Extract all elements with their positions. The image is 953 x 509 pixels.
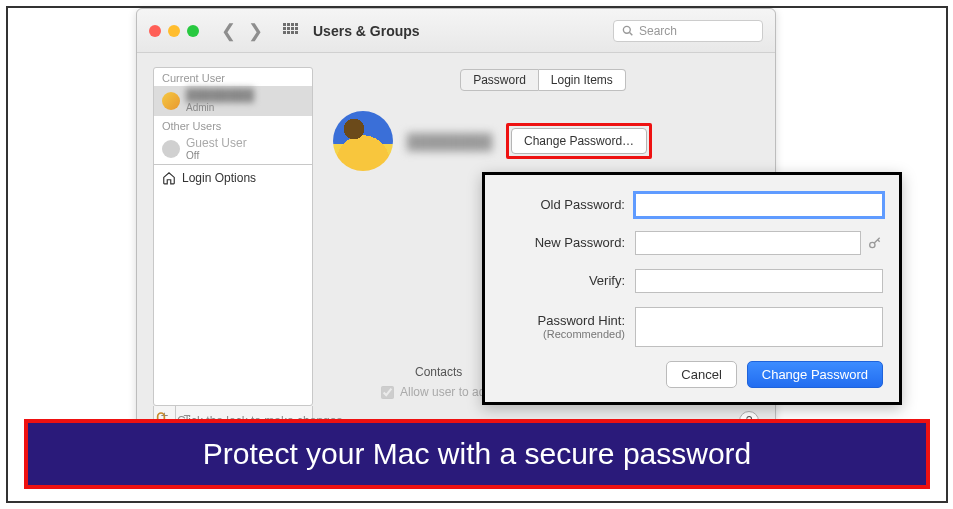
titlebar: ❮ ❯ Users & Groups Search	[137, 9, 775, 53]
cancel-button[interactable]: Cancel	[666, 361, 736, 388]
new-password-label: New Password:	[501, 236, 635, 250]
new-password-row: New Password:	[501, 231, 883, 255]
window-title: Users & Groups	[313, 23, 420, 39]
nav-back-forward[interactable]: ❮ ❯	[221, 20, 263, 42]
home-icon	[162, 171, 176, 185]
tab-login-items[interactable]: Login Items	[539, 69, 626, 91]
search-input[interactable]: Search	[613, 20, 763, 42]
hint-label: Password Hint:(Recommended)	[501, 314, 635, 340]
avatar	[162, 92, 180, 110]
chevron-left-icon[interactable]: ❮	[221, 20, 236, 42]
sidebar: Current User ████████ Admin Other Users …	[153, 67, 313, 427]
user-role: Admin	[186, 102, 254, 113]
close-icon[interactable]	[149, 25, 161, 37]
change-password-dialog: Old Password: New Password: Verify: Pass…	[482, 172, 902, 405]
hint-row: Password Hint:(Recommended)	[501, 307, 883, 347]
key-icon[interactable]	[867, 235, 883, 251]
change-password-button[interactable]: Change Password…	[511, 128, 647, 154]
login-options[interactable]: Login Options	[154, 164, 312, 191]
tabs: Password Login Items	[327, 69, 759, 91]
show-all-icon[interactable]	[283, 23, 299, 39]
zoom-icon[interactable]	[187, 25, 199, 37]
svg-point-3	[870, 242, 875, 247]
login-options-label: Login Options	[182, 171, 256, 185]
svg-line-1	[630, 33, 633, 36]
search-icon	[622, 25, 633, 36]
verify-label: Verify:	[501, 274, 635, 288]
sidebar-item-guest[interactable]: Guest User Off	[154, 134, 312, 164]
new-password-field[interactable]	[635, 231, 861, 255]
old-password-label: Old Password:	[501, 198, 635, 212]
section-current-user: Current User	[154, 68, 312, 86]
profile-avatar[interactable]	[333, 111, 393, 171]
verify-field[interactable]	[635, 269, 883, 293]
window-controls	[149, 25, 199, 37]
verify-row: Verify:	[501, 269, 883, 293]
tab-password[interactable]: Password	[460, 69, 539, 91]
chevron-right-icon[interactable]: ❯	[248, 20, 263, 42]
hint-field[interactable]	[635, 307, 883, 347]
avatar	[162, 140, 180, 158]
profile-area: ████████ Change Password…	[327, 111, 759, 171]
old-password-row: Old Password:	[501, 193, 883, 217]
guest-status: Off	[186, 150, 247, 161]
minimize-icon[interactable]	[168, 25, 180, 37]
user-name-redacted: ████████	[186, 89, 254, 102]
svg-point-0	[623, 26, 630, 33]
dialog-buttons: Cancel Change Password	[501, 361, 883, 388]
change-password-submit[interactable]: Change Password	[747, 361, 883, 388]
section-other-users: Other Users	[154, 116, 312, 134]
caption-banner: Protect your Mac with a secure password	[24, 419, 930, 489]
highlight-box: Change Password…	[506, 123, 652, 159]
profile-name-redacted: ████████	[407, 133, 492, 150]
outer-frame: ❮ ❯ Users & Groups Search Current User	[6, 6, 948, 503]
old-password-field[interactable]	[635, 193, 883, 217]
user-list: Current User ████████ Admin Other Users …	[153, 67, 313, 406]
admin-checkbox	[381, 386, 394, 399]
sidebar-item-current-user[interactable]: ████████ Admin	[154, 86, 312, 116]
guest-user-name: Guest User	[186, 137, 247, 150]
search-placeholder: Search	[639, 24, 677, 38]
